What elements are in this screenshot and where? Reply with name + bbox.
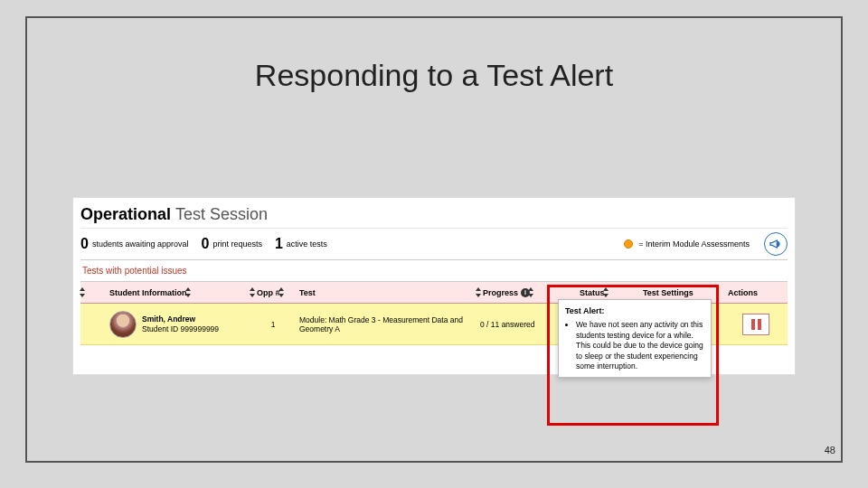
row-expand[interactable]: [80, 321, 106, 328]
col-opp-label: Opp #: [257, 288, 280, 297]
stat-print-label: print requests: [212, 239, 262, 249]
col-actions-label: Actions: [728, 288, 758, 297]
legend-dot-icon: [624, 239, 633, 249]
col-settings[interactable]: Test Settings: [639, 288, 724, 297]
slide-title: Responding to a Test Alert: [27, 58, 841, 93]
col-test[interactable]: Test: [296, 288, 476, 297]
col-progress-label: Progress: [483, 288, 518, 297]
test-name-cell: Module: Math Grade 3 - Measurement Data …: [296, 312, 476, 337]
col-test-label: Test: [299, 288, 316, 297]
announcements-button[interactable]: [764, 232, 788, 256]
pause-button[interactable]: [742, 314, 769, 335]
col-student-info-label: Student Information: [109, 288, 187, 297]
legend-label: = Interim Module Assessments: [638, 239, 750, 249]
student-id: Student ID 999999999: [142, 324, 219, 334]
session-header-light: Test Session: [175, 205, 268, 223]
stat-print-count: 0: [201, 236, 209, 252]
stat-active-count: 1: [275, 236, 283, 252]
session-header-strong: Operational: [80, 205, 171, 223]
pause-icon: [758, 319, 761, 330]
col-progress[interactable]: Progress i: [476, 288, 576, 297]
stats-row: 0 students awaiting approval 0 print req…: [80, 228, 788, 260]
avatar: [109, 311, 137, 338]
col-settings-label: Test Settings: [643, 288, 693, 297]
col-opp[interactable]: Opp #: [250, 288, 296, 297]
col-status[interactable]: Status: [576, 288, 639, 297]
megaphone-icon: [769, 237, 783, 251]
stat-print: 0 print requests: [201, 236, 261, 252]
student-name: Smith, Andrew: [142, 314, 219, 324]
actions-cell: [724, 310, 788, 339]
col-status-label: Status: [580, 288, 605, 297]
stat-active: 1 active tests: [275, 236, 327, 252]
popup-body: We have not seen any activity on this st…: [576, 320, 704, 371]
pause-icon: [751, 319, 755, 330]
legend: = Interim Module Assessments: [624, 232, 788, 256]
stat-active-label: active tests: [287, 239, 327, 249]
stat-awaiting: 0 students awaiting approval: [80, 236, 188, 252]
opp-cell: 1: [250, 316, 296, 333]
col-student-info[interactable]: Student Information: [106, 288, 250, 297]
page-number: 48: [825, 445, 835, 455]
stat-awaiting-count: 0: [80, 236, 89, 252]
col-actions: Actions: [724, 288, 788, 297]
popup-title: Test Alert:: [565, 305, 704, 316]
test-alert-popup: Test Alert: We have not seen any activit…: [558, 299, 712, 378]
slide-frame: Responding to a Test Alert Operational T…: [25, 16, 843, 463]
session-header: Operational Test Session: [80, 203, 788, 228]
stat-awaiting-label: students awaiting approval: [92, 239, 189, 249]
issues-heading: Tests with potential issues: [80, 260, 788, 282]
student-cell: Smith, Andrew Student ID 999999999: [106, 307, 250, 342]
